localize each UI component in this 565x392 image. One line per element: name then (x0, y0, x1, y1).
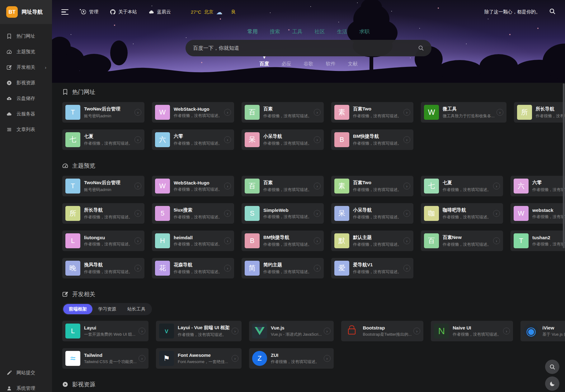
arrow-right-icon[interactable]: › (224, 109, 231, 116)
sidebar-item-dev-related[interactable]: 开发相关 › (0, 59, 52, 75)
sidebar-item-video-resources[interactable]: 影视资源 (0, 75, 52, 91)
site-card[interactable]: ⚑ Font Awesome Font Awesome，一套绝佳... › (156, 348, 242, 369)
arrow-right-icon[interactable]: › (232, 328, 238, 334)
arrow-right-icon[interactable]: › (314, 136, 321, 143)
site-card[interactable]: 素 百素Two 作者很懒，没有填写描述。 › (331, 176, 413, 196)
header-search-button[interactable] (549, 8, 556, 16)
arrow-right-icon[interactable]: › (134, 210, 141, 217)
arrow-right-icon[interactable]: › (403, 109, 410, 116)
site-card[interactable]: W WebStack-Hugo 作者很懒，没有填写描述。 › (152, 176, 234, 196)
arrow-right-icon[interactable]: › (413, 328, 420, 334)
arrow-right-icon[interactable]: › (224, 183, 231, 189)
site-card[interactable]: 百 百素New 作者很懒，没有填写描述。 › (421, 231, 503, 251)
section-tab[interactable]: 前端框架 (63, 304, 92, 314)
arrow-right-icon[interactable]: › (324, 355, 331, 362)
arrow-right-icon[interactable]: › (134, 136, 141, 143)
site-card[interactable]: 呆 小呆导航 作者很懒，没有填写描述。 › (242, 129, 324, 150)
site-card[interactable]: 所 所长导航 作者很懒，没有填写描述。 › (62, 203, 144, 224)
header-menu-lanyiyun[interactable]: 蓝易云 (149, 9, 171, 15)
search-engine-tab[interactable]: 必应 (282, 61, 291, 67)
site-card[interactable]: L liutongxu 作者很懒，没有填写描述。 › (62, 231, 144, 251)
logo[interactable]: BT 网址导航 (0, 0, 52, 24)
arrow-right-icon[interactable]: › (134, 109, 141, 116)
floating-search-button[interactable] (545, 360, 559, 374)
header-menu-admin[interactable]: 管理 (81, 9, 98, 15)
site-card[interactable]: B BM快捷导航 作者很懒，没有填写描述。 › (242, 231, 324, 251)
site-card[interactable]: 5 5iux搜索 作者很懒，没有填写描述。 › (152, 203, 234, 224)
site-card[interactable]: Bootstrap Bootstrap是Twitter推出的... › (341, 321, 424, 341)
site-card[interactable]: 素 百素Two 作者很懒，没有填写描述。 › (331, 102, 413, 123)
hero-category-tab[interactable]: 常用 (247, 28, 258, 35)
hero-category-tab[interactable]: 社区 (315, 28, 325, 35)
hamburger-menu-icon[interactable] (61, 9, 68, 15)
search-engine-tab[interactable]: 软件 (326, 61, 336, 67)
search-engine-tab[interactable]: 百度 (260, 61, 269, 67)
header-menu-about[interactable]: 关于本站 (110, 9, 137, 15)
search-engine-tab[interactable]: 谷歌 (304, 61, 313, 67)
site-card[interactable]: H heimdall 作者很懒，没有填写描述。 › (152, 231, 234, 251)
site-card[interactable]: B BM快捷导航 作者很懒，没有填写描述。 › (331, 129, 413, 150)
arrow-right-icon[interactable]: › (314, 109, 321, 116)
site-card[interactable]: 七 七夏 作者很懒，没有填写描述。 › (421, 176, 503, 196)
hero-category-tab[interactable]: 搜索 (270, 28, 280, 35)
arrow-right-icon[interactable]: › (314, 183, 321, 189)
sidebar-item-site-submit[interactable]: 网站提交 (0, 365, 52, 380)
arrow-right-icon[interactable]: › (224, 265, 231, 272)
site-card[interactable]: W WebStack-Hugo 作者很懒，没有填写描述。 › (152, 102, 234, 123)
search-box[interactable] (186, 40, 431, 56)
site-card[interactable]: Z ZUI 作者很懒，没有填写描述。 › (249, 348, 334, 369)
site-card[interactable]: 咖 咖啡吧导航 作者很懒，没有填写描述。 › (421, 203, 503, 224)
arrow-right-icon[interactable]: › (224, 237, 231, 244)
site-card[interactable]: 呆 小呆导航 作者很懒，没有填写描述。 › (331, 203, 413, 224)
site-card[interactable]: ≈ Tailwind Tailwind CSS 是一个功能类... › (62, 348, 148, 369)
arrow-right-icon[interactable]: › (493, 237, 500, 244)
hero-category-tab[interactable]: 求职 (360, 28, 370, 35)
section-tab[interactable]: 学习资源 (92, 304, 122, 314)
scrollbar-thumb[interactable] (563, 83, 565, 248)
site-card[interactable]: 爱 爱导航V1 作者很懒，没有填写描述。 › (331, 258, 413, 278)
site-card[interactable]: T tushan2 作者很懒，没有填写描述。 › (511, 231, 565, 251)
arrow-right-icon[interactable]: › (493, 183, 500, 189)
site-card[interactable]: S SimpleWeb 作者很懒，没有填写描述。 › (242, 203, 324, 224)
sidebar-item-theme-preview[interactable]: 主题预览 (0, 44, 52, 59)
arrow-right-icon[interactable]: › (493, 210, 500, 217)
arrow-right-icon[interactable]: › (403, 237, 410, 244)
site-card[interactable]: L Layui 一套开源免费的 Web UI 组... › (62, 321, 148, 341)
arrow-right-icon[interactable]: › (134, 237, 141, 244)
arrow-right-icon[interactable]: › (324, 328, 331, 334)
site-card[interactable]: W 微工具 微工具致力于打造和收集各... › (421, 102, 506, 123)
arrow-right-icon[interactable]: › (403, 136, 410, 143)
arrow-right-icon[interactable]: › (232, 355, 238, 362)
site-card[interactable]: 花 花森导航 作者很懒，没有填写描述。 › (152, 258, 234, 278)
arrow-right-icon[interactable]: › (314, 265, 321, 272)
site-card[interactable]: 七 七夏 作者很懒，没有填写描述。 › (62, 129, 144, 150)
site-card[interactable]: 简 简约主题 作者很懒，没有填写描述。 › (242, 258, 324, 278)
arrow-right-icon[interactable]: › (224, 210, 231, 217)
arrow-right-icon[interactable]: › (503, 328, 510, 334)
site-card[interactable]: ◉ iView 基于 Vue.js 的 UI 组件库，... › (520, 321, 565, 341)
search-input[interactable] (193, 45, 418, 51)
search-icon[interactable] (418, 45, 424, 51)
site-card[interactable]: 晚 挽风导航 作者很懒，没有填写描述。 › (62, 258, 144, 278)
site-card[interactable]: 百 百素 作者很懒，没有填写描述。 › (242, 102, 324, 123)
site-card[interactable]: T TwoNav后台管理 账号密码admin › (62, 176, 144, 196)
search-engine-tab[interactable]: 文献 (348, 61, 358, 67)
arrow-right-icon[interactable]: › (134, 183, 141, 189)
site-card[interactable]: T TwoNav后台管理 账号密码admin › (62, 102, 144, 123)
hero-category-tab[interactable]: 生活 (337, 28, 347, 35)
sidebar-item-cloud-server[interactable]: 云服务器 (0, 106, 52, 122)
arrow-right-icon[interactable]: › (139, 355, 145, 362)
sidebar-item-article-list[interactable]: 文章列表 (0, 122, 52, 137)
site-card[interactable]: 默 默认主题 作者很懒，没有填写描述。 › (331, 231, 413, 251)
arrow-right-icon[interactable]: › (314, 237, 321, 244)
arrow-right-icon[interactable]: › (224, 136, 231, 143)
site-card[interactable]: 所 所长导航 作者很懒，没有填写描述。 › (514, 102, 565, 123)
sidebar-item-system-admin[interactable]: 系统管理 (0, 380, 52, 392)
arrow-right-icon[interactable]: › (134, 265, 141, 272)
floating-dark-mode-button[interactable] (545, 376, 559, 391)
sidebar-item-hot-sites[interactable]: 热门网址 (0, 28, 52, 44)
arrow-right-icon[interactable]: › (497, 109, 503, 116)
site-card[interactable]: W webstack 作者很懒，没有填写描述。 › (511, 203, 565, 224)
site-card[interactable]: 六 六零 作者很懒，没有填写描述。 › (152, 129, 234, 150)
arrow-right-icon[interactable]: › (403, 210, 410, 217)
